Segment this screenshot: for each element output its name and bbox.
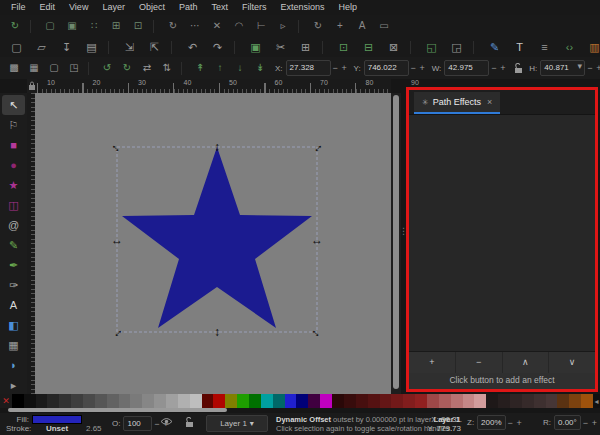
menu-view[interactable]: View [62,0,95,15]
rotate-ccw-icon[interactable]: ↺ [97,58,117,78]
ruler-corner-lock[interactable] [27,79,37,93]
gradient-tool[interactable]: ◧ [2,315,25,335]
palette-color-swatch[interactable] [59,394,71,408]
flip-horizontal-icon[interactable]: ⇄ [137,58,157,78]
palette-color-swatch[interactable] [285,394,297,408]
w-field-plus-button[interactable]: + [498,63,507,73]
box3d-tool[interactable]: ◫ [2,195,25,215]
palette-color-swatch[interactable] [557,394,569,408]
opacity-input[interactable]: 100 [123,416,152,431]
canvas[interactable]: ↔ ↕ ↔ ↔ ↔ ↔ ↕ ↔ [35,93,391,394]
y-field-plus-button[interactable]: + [418,63,427,73]
export-icon[interactable]: ⇱ [142,37,167,57]
snap-bbox-midpoints-icon[interactable]: ⊞ [105,16,127,36]
copy-icon[interactable]: ▣ [243,37,268,57]
effect-list[interactable] [409,114,595,351]
tab-path-effects[interactable]: ✳ Path Effects × [414,92,500,114]
star-tool[interactable]: ★ [2,175,25,195]
select-all-layers-icon[interactable]: ▦ [24,58,44,78]
snap-bbox-corners-icon[interactable]: ∷ [83,16,105,36]
snap-nodes-icon[interactable]: ↻ [162,16,184,36]
snap-midpoints-icon[interactable]: ⊢ [250,16,272,36]
palette-scroll-arrow-icon[interactable]: ◂ [593,397,600,406]
raise-to-top-icon[interactable]: ↟ [190,58,210,78]
ungroup-icon[interactable]: ◲ [444,37,469,57]
zoom-selection-icon[interactable]: ◳ [64,58,84,78]
add-effect-button[interactable]: + [409,352,456,373]
menu-object[interactable]: Object [132,0,172,15]
remove-effect-button[interactable]: − [456,352,503,373]
palette-color-swatch[interactable] [225,394,237,408]
palette-color-swatch[interactable] [12,394,24,408]
scale-handle-s[interactable]: ↕ [214,326,220,338]
scale-handle-w[interactable]: ↔ [111,234,123,246]
palette-color-swatch[interactable] [332,394,344,408]
scale-handle-n[interactable]: ↕ [214,141,220,153]
palette-color-swatch[interactable] [166,394,178,408]
vertical-ruler[interactable] [27,93,35,394]
x-field-input[interactable]: 27.328 [286,60,331,76]
unlink-clone-icon[interactable]: ⊠ [381,37,406,57]
palette-color-swatch[interactable] [308,394,320,408]
palette-color-swatch[interactable] [95,394,107,408]
lower-icon[interactable]: ↓ [230,58,250,78]
rotation-plus-button[interactable]: + [590,418,599,428]
palette-color-swatch[interactable] [36,394,48,408]
clone-icon[interactable]: ⊟ [356,37,381,57]
palette-color-swatch[interactable] [474,394,486,408]
move-effect-down-button[interactable]: ∨ [549,352,595,373]
close-icon[interactable]: × [487,97,492,107]
rotation-minus-button[interactable]: − [581,418,590,428]
palette-color-swatch[interactable] [522,394,534,408]
mesh-tool[interactable]: ▦ [2,335,25,355]
move-effect-up-button[interactable]: ∧ [503,352,550,373]
palette-color-swatch[interactable] [261,394,273,408]
fill-stroke-indicator[interactable]: Fill: Stroke: Unset 2.65 [6,415,104,433]
layer-lock-toggle[interactable] [184,417,195,428]
star-object[interactable] [122,147,312,328]
palette-color-swatch[interactable] [107,394,119,408]
palette-color-swatch[interactable] [71,394,83,408]
palette-color-swatch[interactable] [119,394,131,408]
zoom-plus-button[interactable]: + [515,418,524,428]
vertical-scrollbar[interactable] [391,93,401,394]
xml-editor-icon[interactable]: ‹› [557,37,582,57]
x-field-minus-button[interactable]: − [331,63,340,73]
palette-color-swatch[interactable] [451,394,463,408]
palette-color-swatch[interactable] [368,394,380,408]
save-icon[interactable]: ↧ [54,37,79,57]
palette-color-swatch[interactable] [296,394,308,408]
snap-bbox-edges-icon[interactable]: ▣ [61,16,83,36]
spiral-tool[interactable]: @ [2,215,25,235]
group-icon[interactable]: ◱ [419,37,444,57]
snap-cusp-nodes-icon[interactable]: ✕ [206,16,228,36]
palette-color-swatch[interactable] [403,394,415,408]
snap-bbox-icon[interactable]: ▢ [39,16,61,36]
scale-handle-e[interactable]: ↔ [311,234,323,246]
palette-color-swatch[interactable] [415,394,427,408]
palette-color-swatch[interactable] [463,394,475,408]
palette-color-swatch[interactable] [356,394,368,408]
import-icon[interactable]: ⇲ [117,37,142,57]
rotate-cw-icon[interactable]: ↻ [117,58,137,78]
ellipse-tool[interactable]: ● [2,155,25,175]
text-dialog-icon[interactable]: T [507,37,532,57]
snap-intersections-icon[interactable]: ⋯ [184,16,206,36]
rectangle-tool[interactable]: ■ [2,135,25,155]
selector-tool[interactable]: ↖ [2,95,25,115]
palette-scrollbar-thumb[interactable] [8,408,227,412]
palette-color-swatch[interactable] [190,394,202,408]
palette-color-swatch[interactable] [178,394,190,408]
palette-color-swatch[interactable] [47,394,59,408]
raise-icon[interactable]: ↑ [210,58,230,78]
fill-stroke-icon[interactable]: ✎ [482,37,507,57]
palette-no-color-swatch[interactable]: ✕ [0,394,12,408]
menu-path[interactable]: Path [172,0,205,15]
palette-color-swatch[interactable] [391,394,403,408]
toolbar-overflow-caret[interactable]: ▾ [577,61,582,71]
palette-color-swatch[interactable] [510,394,522,408]
stroke-width-value[interactable]: 2.65 [82,424,104,433]
dimension-lock-toggle[interactable] [513,63,524,74]
w-field-input[interactable]: 42.975 [444,60,489,76]
h-field-minus-button[interactable]: − [585,63,594,73]
